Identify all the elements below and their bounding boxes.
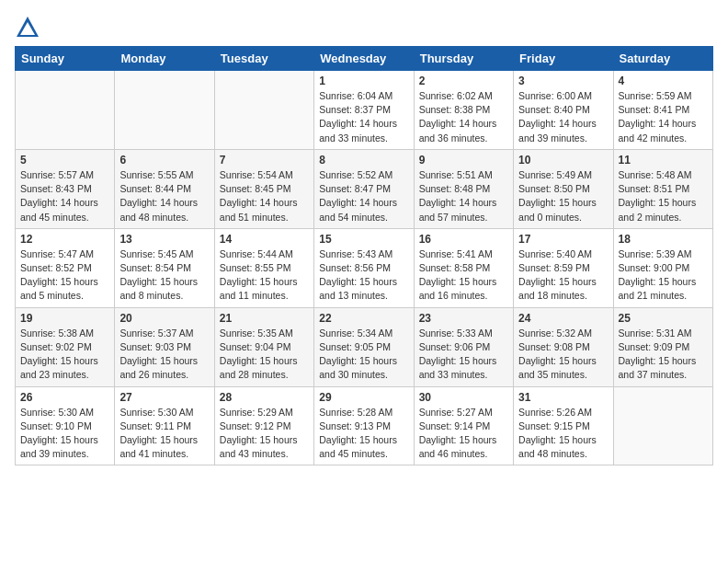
day-info: Sunrise: 5:48 AM Sunset: 8:51 PM Dayligh… [619,168,708,224]
calendar-cell: 19Sunrise: 5:38 AM Sunset: 9:02 PM Dayli… [16,307,115,386]
calendar-cell: 13Sunrise: 5:45 AM Sunset: 8:54 PM Dayli… [115,228,214,307]
day-number: 12 [20,233,109,246]
day-info: Sunrise: 5:59 AM Sunset: 8:41 PM Dayligh… [619,89,708,145]
day-number: 26 [20,391,109,404]
calendar-cell: 27Sunrise: 5:30 AM Sunset: 9:11 PM Dayli… [115,386,214,465]
weekday-header: Friday [514,47,613,71]
calendar-cell: 21Sunrise: 5:35 AM Sunset: 9:04 PM Dayli… [214,307,313,386]
calendar-cell: 14Sunrise: 5:44 AM Sunset: 8:55 PM Dayli… [214,228,313,307]
day-number: 10 [518,154,608,167]
calendar-cell: 25Sunrise: 5:31 AM Sunset: 9:09 PM Dayli… [613,307,712,386]
day-number: 24 [518,312,608,325]
day-info: Sunrise: 5:43 AM Sunset: 8:56 PM Dayligh… [319,247,408,304]
day-info: Sunrise: 5:34 AM Sunset: 9:05 PM Dayligh… [319,327,408,383]
calendar-week-row: 26Sunrise: 5:30 AM Sunset: 9:10 PM Dayli… [16,386,713,465]
day-number: 21 [220,312,309,325]
day-number: 23 [419,312,508,325]
calendar-cell: 12Sunrise: 5:47 AM Sunset: 8:52 PM Dayli… [16,228,115,307]
day-info: Sunrise: 6:04 AM Sunset: 8:37 PM Dayligh… [319,89,408,145]
calendar-cell [214,71,313,150]
calendar-cell: 1Sunrise: 6:04 AM Sunset: 8:37 PM Daylig… [314,71,414,150]
day-info: Sunrise: 5:51 AM Sunset: 8:48 PM Dayligh… [419,168,508,224]
calendar-cell: 22Sunrise: 5:34 AM Sunset: 9:05 PM Dayli… [314,307,414,386]
calendar-cell: 18Sunrise: 5:39 AM Sunset: 9:00 PM Dayli… [613,228,712,307]
day-info: Sunrise: 5:32 AM Sunset: 9:08 PM Dayligh… [518,327,608,383]
weekday-row: SundayMondayTuesdayWednesdayThursdayFrid… [16,47,713,71]
weekday-header: Sunday [16,47,115,71]
day-number: 4 [619,75,708,87]
weekday-header: Tuesday [214,47,313,71]
day-info: Sunrise: 5:28 AM Sunset: 9:13 PM Dayligh… [319,406,408,462]
day-number: 3 [518,75,608,87]
logo-icon [15,15,40,40]
calendar-cell: 4Sunrise: 5:59 AM Sunset: 8:41 PM Daylig… [613,71,712,150]
day-info: Sunrise: 5:41 AM Sunset: 8:58 PM Dayligh… [419,247,508,304]
day-number: 1 [319,75,408,87]
day-number: 13 [119,233,209,246]
day-info: Sunrise: 5:39 AM Sunset: 9:00 PM Dayligh… [619,247,708,304]
calendar-week-row: 5Sunrise: 5:57 AM Sunset: 8:43 PM Daylig… [16,149,713,228]
day-number: 29 [319,391,408,404]
calendar-cell: 6Sunrise: 5:55 AM Sunset: 8:44 PM Daylig… [115,149,214,228]
day-number: 31 [518,391,608,404]
calendar-body: 1Sunrise: 6:04 AM Sunset: 8:37 PM Daylig… [16,71,713,465]
calendar-cell: 8Sunrise: 5:52 AM Sunset: 8:47 PM Daylig… [314,149,414,228]
header [15,15,713,40]
day-number: 20 [119,312,209,325]
day-info: Sunrise: 5:30 AM Sunset: 9:11 PM Dayligh… [119,406,209,462]
day-info: Sunrise: 5:29 AM Sunset: 9:12 PM Dayligh… [220,406,309,462]
day-number: 19 [20,312,109,325]
weekday-header: Thursday [414,47,513,71]
day-number: 2 [419,75,508,87]
page-container: SundayMondayTuesdayWednesdayThursdayFrid… [0,0,728,475]
day-info: Sunrise: 5:52 AM Sunset: 8:47 PM Dayligh… [319,168,408,224]
calendar-cell: 30Sunrise: 5:27 AM Sunset: 9:14 PM Dayli… [414,386,513,465]
weekday-header: Monday [115,47,214,71]
day-info: Sunrise: 6:02 AM Sunset: 8:38 PM Dayligh… [419,89,508,145]
calendar-cell: 16Sunrise: 5:41 AM Sunset: 8:58 PM Dayli… [414,228,513,307]
day-info: Sunrise: 5:54 AM Sunset: 8:45 PM Dayligh… [220,168,309,224]
calendar-cell: 2Sunrise: 6:02 AM Sunset: 8:38 PM Daylig… [414,71,513,150]
weekday-header: Wednesday [314,47,414,71]
calendar-header: SundayMondayTuesdayWednesdayThursdayFrid… [16,47,713,71]
day-number: 30 [419,391,508,404]
calendar-week-row: 12Sunrise: 5:47 AM Sunset: 8:52 PM Dayli… [16,228,713,307]
calendar-cell: 10Sunrise: 5:49 AM Sunset: 8:50 PM Dayli… [514,149,613,228]
calendar-cell: 29Sunrise: 5:28 AM Sunset: 9:13 PM Dayli… [314,386,414,465]
calendar-cell: 15Sunrise: 5:43 AM Sunset: 8:56 PM Dayli… [314,228,414,307]
calendar-cell: 28Sunrise: 5:29 AM Sunset: 9:12 PM Dayli… [214,386,313,465]
calendar-cell [613,386,712,465]
day-number: 18 [619,233,708,246]
day-info: Sunrise: 5:49 AM Sunset: 8:50 PM Dayligh… [518,168,608,224]
day-number: 16 [419,233,508,246]
day-info: Sunrise: 5:55 AM Sunset: 8:44 PM Dayligh… [119,168,209,224]
day-info: Sunrise: 5:26 AM Sunset: 9:15 PM Dayligh… [518,406,608,462]
calendar-cell: 26Sunrise: 5:30 AM Sunset: 9:10 PM Dayli… [16,386,115,465]
day-number: 14 [220,233,309,246]
day-info: Sunrise: 5:47 AM Sunset: 8:52 PM Dayligh… [20,247,109,304]
day-number: 15 [319,233,408,246]
day-info: Sunrise: 5:57 AM Sunset: 8:43 PM Dayligh… [20,168,109,224]
calendar-cell: 5Sunrise: 5:57 AM Sunset: 8:43 PM Daylig… [16,149,115,228]
day-number: 7 [220,154,309,167]
day-info: Sunrise: 5:38 AM Sunset: 9:02 PM Dayligh… [20,327,109,383]
calendar-week-row: 19Sunrise: 5:38 AM Sunset: 9:02 PM Dayli… [16,307,713,386]
day-number: 27 [119,391,209,404]
day-info: Sunrise: 5:30 AM Sunset: 9:10 PM Dayligh… [20,406,109,462]
calendar-cell: 9Sunrise: 5:51 AM Sunset: 8:48 PM Daylig… [414,149,513,228]
calendar-cell: 7Sunrise: 5:54 AM Sunset: 8:45 PM Daylig… [214,149,313,228]
day-info: Sunrise: 5:35 AM Sunset: 9:04 PM Dayligh… [220,327,309,383]
day-number: 11 [619,154,708,167]
day-number: 22 [319,312,408,325]
calendar-cell [16,71,115,150]
logo [15,15,44,40]
calendar-cell: 17Sunrise: 5:40 AM Sunset: 8:59 PM Dayli… [514,228,613,307]
day-info: Sunrise: 5:44 AM Sunset: 8:55 PM Dayligh… [220,247,309,304]
day-info: Sunrise: 5:31 AM Sunset: 9:09 PM Dayligh… [619,327,708,383]
day-number: 9 [419,154,508,167]
day-info: Sunrise: 5:45 AM Sunset: 8:54 PM Dayligh… [119,247,209,304]
calendar-week-row: 1Sunrise: 6:04 AM Sunset: 8:37 PM Daylig… [16,71,713,150]
day-number: 8 [319,154,408,167]
day-info: Sunrise: 5:37 AM Sunset: 9:03 PM Dayligh… [119,327,209,383]
calendar-cell: 24Sunrise: 5:32 AM Sunset: 9:08 PM Dayli… [514,307,613,386]
